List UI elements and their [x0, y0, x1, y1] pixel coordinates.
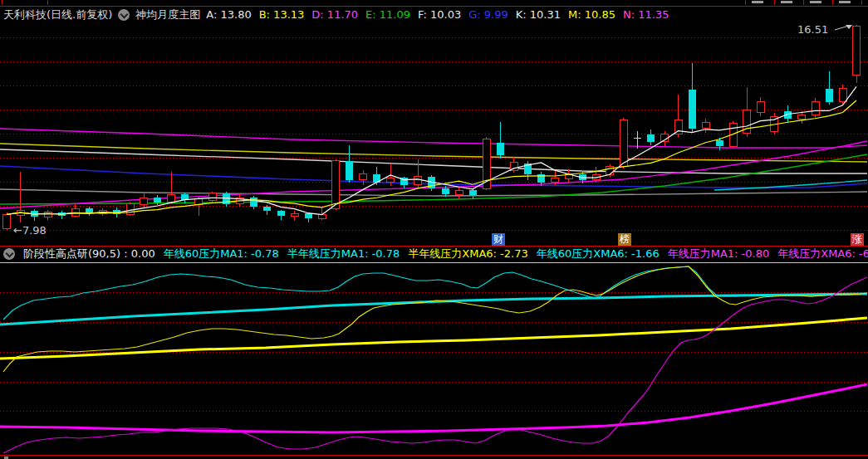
main-indicator-values: A: 13.80B: 13.13D: 11.70E: 11.09F: 10.03… — [206, 8, 669, 21]
candle[interactable] — [798, 115, 806, 119]
candle[interactable] — [305, 213, 312, 218]
candle[interactable] — [442, 188, 449, 194]
line-F-gray — [0, 189, 867, 196]
price-low-label: ←7.98 — [13, 224, 47, 237]
indicator-output-label: 半年线压力XMA6: -2.73 — [408, 247, 527, 261]
indicator-value-F: F: 10.03 — [418, 8, 461, 21]
watermark-badge: 涨 — [851, 233, 864, 246]
candle[interactable] — [812, 102, 819, 115]
indicator-value-B: B: 13.13 — [259, 8, 305, 21]
candle[interactable] — [346, 161, 353, 180]
indicator-value-K: K: 10.31 — [516, 8, 561, 21]
indicator-value-D: D: 11.70 — [311, 8, 358, 21]
stock-app-window: 天利科技(日线.前复权) 神均月度主图 A: 13.80B: 13.13D: 1… — [0, 0, 868, 459]
candle[interactable] — [263, 207, 271, 212]
candle[interactable] — [332, 161, 340, 209]
indicator-output-label: 年线60压力MA1: -0.78 — [164, 247, 279, 261]
candle[interactable] — [291, 213, 298, 216]
candle[interactable] — [689, 90, 696, 128]
candle[interactable] — [606, 166, 614, 174]
indicator-output-label: 阶段性高点研(90,5) : 0.00 — [23, 247, 155, 261]
high-pointer-arrowhead — [846, 25, 852, 29]
charts-canvas[interactable] — [0, 0, 868, 459]
indicator-value-G: G: 9.99 — [468, 8, 508, 21]
candle[interactable] — [647, 134, 655, 142]
chart-title-bar: 天利科技(日线.前复权) 神均月度主图 A: 13.80B: 13.13D: 1… — [3, 7, 669, 22]
stock-title[interactable]: 天利科技(日线.前复权) — [3, 7, 112, 22]
candle[interactable] — [168, 194, 175, 203]
candle[interactable] — [208, 193, 216, 200]
candle[interactable] — [469, 190, 477, 195]
candle[interactable] — [552, 178, 559, 183]
watermark-badge: 财 — [492, 233, 505, 246]
candle[interactable] — [126, 204, 134, 215]
indicator-line-thick-yellow — [0, 318, 867, 359]
clipped-bottom-strip — [0, 456, 868, 459]
indicator-output-label: 年线压力MA1: -0.80 — [668, 247, 770, 261]
candle[interactable] — [250, 198, 257, 206]
main-indicator-name[interactable]: 神均月度主图 — [135, 7, 200, 22]
indicator-line-thick-cyan — [0, 294, 867, 325]
candle[interactable] — [702, 122, 709, 128]
candle[interactable] — [71, 208, 79, 216]
indicator-value-N: N: 11.35 — [623, 8, 669, 21]
ma-line-MA10 — [7, 100, 856, 214]
candle[interactable] — [414, 177, 422, 185]
indicator-value-M: M: 10.85 — [568, 8, 615, 21]
indicator-header-bar: 阶段性高点研(90,5) : 0.00年线60压力MA1: -0.78半年线压力… — [3, 247, 868, 261]
indicator-value-E: E: 11.09 — [365, 8, 410, 21]
candle[interactable] — [360, 174, 367, 180]
indicator-output-label: 年线压力XMA6: -6.24 — [777, 247, 868, 261]
chevron-down-icon[interactable] — [3, 248, 15, 260]
candle[interactable] — [44, 212, 51, 217]
candle[interactable] — [3, 214, 11, 228]
indicator-value-A: A: 13.80 — [206, 8, 251, 21]
candle[interactable] — [839, 89, 846, 102]
indicator-output-label: 半年线压力MA1: -0.78 — [287, 247, 400, 261]
candle[interactable] — [620, 120, 627, 166]
candle[interactable] — [716, 140, 723, 146]
indicator-line-thick-magenta — [0, 384, 867, 432]
candle[interactable] — [757, 102, 764, 113]
candle[interactable] — [497, 143, 504, 155]
candle[interactable] — [853, 26, 861, 75]
candle[interactable] — [277, 211, 285, 216]
chevron-down-icon[interactable] — [118, 9, 130, 21]
candle[interactable] — [826, 89, 833, 102]
candle[interactable] — [387, 178, 395, 183]
indicator-output-label: 年线60压力XMA6: -1.66 — [537, 247, 660, 261]
candle[interactable] — [154, 198, 161, 203]
candle[interactable] — [140, 198, 148, 205]
line-K-white — [0, 149, 867, 173]
candle[interactable] — [455, 190, 463, 194]
watermark-badge: 榜 — [618, 233, 631, 246]
indicator-output-values: 阶段性高点研(90,5) : 0.00年线60压力MA1: -0.78半年线压力… — [23, 247, 868, 261]
line-D-magenta — [0, 141, 867, 208]
indicator-line-thin-yellow — [3, 266, 867, 372]
price-high-label: 16.51 — [797, 23, 828, 36]
